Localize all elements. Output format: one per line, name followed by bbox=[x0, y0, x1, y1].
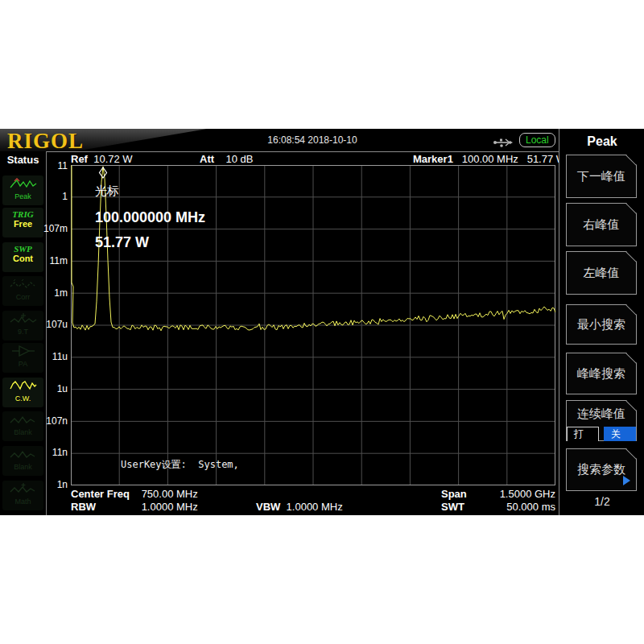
center-freq-value: 750.00 MHz bbox=[142, 488, 198, 500]
center-freq-readout: Center Freq 750.00 MHz bbox=[71, 488, 198, 500]
continuous-peak-button[interactable]: 连续峰值 打开 关闭 bbox=[566, 400, 637, 441]
rbw-label: RBW bbox=[71, 501, 138, 513]
softkey-menu: Peak 下一峰值 右峰值 左峰值 最小搜索 峰峰搜索 连续峰值 打开 关闭 搜… bbox=[559, 129, 644, 515]
span-label: Span bbox=[441, 488, 467, 500]
right-peak-button[interactable]: 右峰值 bbox=[566, 203, 637, 246]
marker-freq: 100.00 MHz bbox=[462, 153, 518, 165]
center-freq-label: Center Freq bbox=[71, 488, 138, 500]
swt-readout: SWT 50.000 ms bbox=[441, 501, 555, 513]
topbar-separator bbox=[0, 151, 559, 152]
ref-value: 10.72 W bbox=[93, 153, 132, 165]
datetime-display: 16:08:54 2018-10-10 bbox=[242, 134, 383, 146]
vbw-readout: VBW 1.0000 MHz bbox=[256, 501, 343, 513]
cursor-label: 光标 bbox=[95, 184, 119, 199]
search-params-button[interactable]: 搜索参数 bbox=[566, 448, 637, 491]
y-axis-tick: 11u bbox=[0, 352, 68, 362]
span-readout: Span 1.5000 GHz bbox=[441, 488, 555, 500]
menu-page-indicator: 1/2 bbox=[559, 495, 644, 508]
span-value: 1.5000 GHz bbox=[500, 488, 555, 500]
y-axis-tick: 11n bbox=[0, 448, 68, 458]
marker-readout: Marker1 100.00 MHz 51.77 W bbox=[413, 153, 566, 165]
att-label: Att bbox=[200, 153, 214, 165]
att-value: 10 dB bbox=[226, 153, 254, 165]
waveform-peak-icon bbox=[10, 177, 37, 189]
submenu-arrow-icon bbox=[623, 476, 630, 485]
swt-value: 50.000 ms bbox=[506, 501, 555, 513]
y-axis-tick: 11m bbox=[0, 256, 68, 266]
analyzer-screen: RIGOL 16:08:54 2018-10-10 Local Status P… bbox=[0, 129, 644, 515]
next-peak-button[interactable]: 下一峰值 bbox=[566, 155, 637, 198]
top-bar: RIGOL 16:08:54 2018-10-10 Local bbox=[0, 129, 644, 151]
usb-icon bbox=[493, 136, 514, 151]
cursor-frequency: 100.000000 MHz bbox=[95, 209, 205, 226]
y-axis-tick: 1u bbox=[0, 384, 68, 394]
userkey-message: UserKey设置: System, bbox=[121, 458, 239, 472]
min-search-button[interactable]: 最小搜索 bbox=[566, 304, 637, 345]
rbw-value: 1.0000 MHz bbox=[142, 501, 198, 513]
menu-title: Peak bbox=[559, 134, 644, 149]
cursor-amplitude: 51.77 W bbox=[95, 234, 149, 251]
y-axis-tick: 1m bbox=[0, 288, 68, 299]
marker-label: Marker1 bbox=[413, 153, 453, 165]
y-axis-tick: 107m bbox=[0, 224, 68, 234]
y-axis-tick: 107u bbox=[0, 320, 68, 330]
rbw-readout: RBW 1.0000 MHz bbox=[71, 501, 198, 513]
status-sidebar: Status Peak TRIG Free SWP Cont Corr bbox=[0, 151, 47, 515]
vbw-label: VBW bbox=[256, 501, 280, 513]
local-mode-badge: Local bbox=[519, 133, 555, 147]
rigol-logo: RIGOL bbox=[7, 129, 84, 154]
y-axis-tick: 1n bbox=[0, 480, 68, 490]
swt-label: SWT bbox=[441, 501, 464, 513]
vbw-value: 1.0000 MHz bbox=[287, 501, 343, 513]
peak-peak-search-button[interactable]: 峰峰搜索 bbox=[566, 353, 637, 394]
left-peak-button[interactable]: 左峰值 bbox=[566, 251, 637, 295]
search-params-label: 搜索参数 bbox=[577, 462, 625, 477]
continuous-peak-label: 连续峰值 bbox=[577, 407, 625, 422]
y-axis-tick: 11 bbox=[0, 161, 68, 171]
y-axis-tick: 107n bbox=[0, 416, 68, 427]
ref-level-readout: Ref 10.72 W bbox=[71, 153, 133, 165]
y-axis-tick: 1 bbox=[0, 192, 68, 202]
ref-label: Ref bbox=[71, 153, 88, 165]
attenuation-readout: Att 10 dB bbox=[200, 153, 253, 165]
